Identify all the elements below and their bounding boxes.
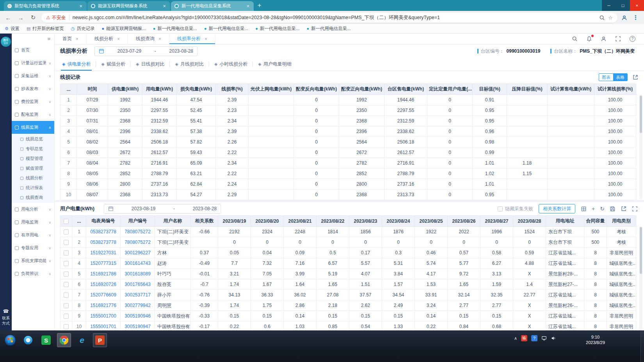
sidebar-item-meter-reading[interactable]: 抄表发布∨ xyxy=(12,82,54,95)
export-icon[interactable] xyxy=(632,74,639,80)
cell-link[interactable]: 1516921786 xyxy=(86,269,121,279)
taskbar-app-messenger[interactable] xyxy=(21,333,35,347)
workspace-tab[interactable]: 线损分析× xyxy=(87,34,128,44)
sidebar-subitem[interactable]: 线损分析 xyxy=(12,173,54,183)
column-header[interactable]: 损失电量(kWh) xyxy=(177,84,216,95)
volume-tray-icon[interactable] xyxy=(551,335,556,341)
cell-link[interactable]: 1516921776 xyxy=(86,300,121,311)
cell-link[interactable]: 7808075272 xyxy=(121,237,155,248)
bookmark-star-icon[interactable]: ☆ xyxy=(608,15,613,21)
sidebar-subitem[interactable]: 线损总览 xyxy=(12,134,54,144)
fullscreen-icon[interactable] xyxy=(615,36,621,42)
row-checkbox[interactable] xyxy=(64,272,69,277)
bookmark-item[interactable]: ⚙设置 xyxy=(5,26,20,32)
hide-failed-checkbox[interactable] xyxy=(498,206,503,211)
browser-tab[interactable]: 能源互联网营销服务系统× xyxy=(87,1,170,11)
notifications-bell-icon[interactable] xyxy=(586,36,592,42)
workspace-tab[interactable]: 线损率分析× xyxy=(169,34,215,44)
column-header[interactable]: 2023/08/27 xyxy=(480,216,513,227)
column-header[interactable]: 用电类别 xyxy=(607,216,636,227)
cell-link[interactable]: 1516920726 xyxy=(86,279,121,290)
chart-view-button[interactable]: 图表 xyxy=(599,74,613,81)
bookmark-item[interactable]: ◷历史记录 xyxy=(71,26,95,32)
sidebar-item-load-identify[interactable]: 负荷辨识∨ xyxy=(12,267,54,280)
help-icon[interactable]: ? xyxy=(630,36,635,42)
row-checkbox[interactable] xyxy=(64,250,69,256)
tray-expand-icon[interactable]: ∧ xyxy=(514,336,517,341)
column-header[interactable]: 供电量(kWh) xyxy=(108,84,142,95)
tab-close-icon[interactable]: × xyxy=(162,3,167,9)
tab-close-icon[interactable]: × xyxy=(117,36,120,42)
input-method-icon[interactable]: 输 xyxy=(521,335,527,341)
hide-failed-toggle[interactable]: 隐藏采集失败 xyxy=(498,206,533,212)
row-checkbox[interactable] xyxy=(64,240,69,245)
column-header[interactable]: 光伏上网电量(kWh) xyxy=(249,84,294,95)
correlation-calc-button[interactable]: 相关系数计算 xyxy=(539,204,575,213)
cell-link[interactable]: 3002537717 xyxy=(121,290,155,300)
cell-link[interactable]: 3005190946 xyxy=(121,311,155,321)
tab-close-icon[interactable]: × xyxy=(76,36,78,42)
start-button[interactable] xyxy=(3,333,17,347)
cell-link[interactable]: 1555001701 xyxy=(86,321,121,331)
workspace-tab[interactable]: 线损查询× xyxy=(128,34,169,44)
cell-link[interactable]: 0538273778 xyxy=(86,227,121,237)
column-header[interactable]: 目标值(%) xyxy=(473,84,507,95)
column-header[interactable]: 合同容量 xyxy=(584,216,607,227)
sidebar-item-fee-control[interactable]: 费控监测∨ xyxy=(12,95,54,108)
column-header[interactable]: 2023/08/22 xyxy=(317,216,349,227)
column-header[interactable]: ... xyxy=(60,84,77,95)
bookmark-item[interactable]: ●新一代用电信息采... xyxy=(255,26,299,32)
sidebar-item-line-loss-monitor[interactable]: 线损监测∧ xyxy=(12,121,54,134)
column-header[interactable]: 2023/08/24 xyxy=(382,216,415,227)
sidebar-collapse-icon[interactable]: ≡ xyxy=(47,36,50,42)
column-header[interactable]: 用电地址 xyxy=(546,216,584,227)
sidebar-item-usage-monitor[interactable]: 用电监测∨ xyxy=(12,216,54,229)
cell-link[interactable]: 3001614743 xyxy=(121,258,155,269)
column-header[interactable]: 2023/08/19 xyxy=(218,216,251,227)
row-checkbox[interactable] xyxy=(64,314,69,319)
subtab-4[interactable]: ◈月线损对比 xyxy=(170,58,208,71)
window-close-button[interactable]: × xyxy=(630,0,644,11)
bookmark-item[interactable]: ●能源互联网营销服... xyxy=(101,26,146,32)
bookmark-item[interactable]: ●新一代用电信息采... xyxy=(204,26,248,32)
sidebar-subitem[interactable]: 赋值管理 xyxy=(12,163,54,173)
sidebar-item-system-support[interactable]: 系统支撑功能∨ xyxy=(12,254,54,267)
row-checkbox[interactable] xyxy=(64,324,69,329)
back-icon[interactable]: ← xyxy=(4,14,12,21)
bookmark-item[interactable]: ▤打开新的标签页 xyxy=(27,26,64,32)
cell-link[interactable]: 3001618089 xyxy=(121,269,155,279)
date-start-value[interactable]: 2023-07-29 xyxy=(117,48,141,54)
column-header[interactable]: 2023/08/28 xyxy=(513,216,546,227)
column-header[interactable]: 2023/08/20 xyxy=(251,216,284,227)
sidebar-item-collection-ops[interactable]: 采集运维∨ xyxy=(12,69,54,82)
sidebar-subitem[interactable]: 线损查询 xyxy=(12,193,54,202)
sidebar-subitem[interactable]: 专职总览 xyxy=(12,144,54,154)
select-all-header[interactable] xyxy=(60,216,72,227)
column-header[interactable]: 试计算售电量(kWh) xyxy=(548,84,594,95)
zoom-icon[interactable] xyxy=(599,15,605,21)
refresh-icon[interactable]: ↻ xyxy=(600,206,605,212)
cell-link[interactable]: 1519227031 xyxy=(86,248,121,258)
cell-link[interactable]: 7808075272 xyxy=(121,227,155,237)
add-icon[interactable]: + xyxy=(592,206,595,212)
user-avatar-icon[interactable] xyxy=(601,36,607,42)
subtab-6[interactable]: ◈用户电量明细 xyxy=(253,58,296,71)
date-end-value[interactable]: 2023-08-28 xyxy=(169,48,193,54)
table-view-button[interactable]: 表格 xyxy=(613,74,627,81)
url-text[interactable]: neweic.js.sgcc.com.cn/#/llm/line/LineRat… xyxy=(73,14,596,21)
user-date-range-picker[interactable]: 2023-08-19 - 2023-08-28 xyxy=(104,204,221,214)
row-checkbox[interactable] xyxy=(64,282,69,287)
cell-link[interactable]: 1520777315 xyxy=(86,258,121,269)
taskbar-app-chrome[interactable] xyxy=(57,333,71,347)
window-minimize-button[interactable]: ─ xyxy=(602,0,616,11)
taskbar-app-wps[interactable]: S xyxy=(39,333,53,347)
sidebar-item-orderly-usage[interactable]: 有序用电∨ xyxy=(12,229,54,241)
cell-link[interactable]: 3001296227 xyxy=(121,248,155,258)
sidebar-item-special-apps[interactable]: 专题应用∨ xyxy=(12,241,54,254)
sidebar-subitem[interactable]: 模型管理 xyxy=(12,154,54,163)
sidebar-item-metering-monitor[interactable]: 计量运行监测∨ xyxy=(12,57,54,69)
cell-link[interactable]: 3002779942 xyxy=(121,300,155,311)
browser-menu-icon[interactable]: ⋮ xyxy=(631,14,640,21)
app-logo[interactable]: 用采2.0 xyxy=(1,37,11,47)
expand-grid-icon[interactable] xyxy=(581,206,587,212)
